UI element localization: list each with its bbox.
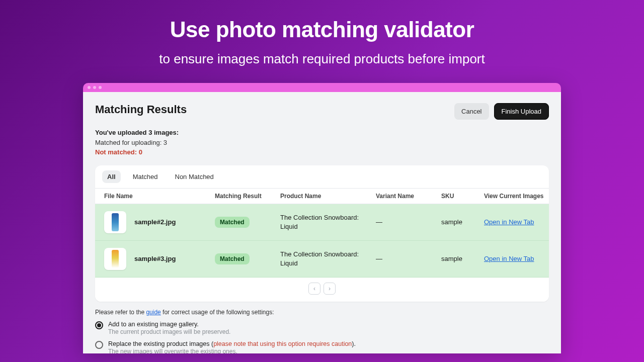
page-title: Matching Results bbox=[95, 103, 187, 116]
finish-upload-button[interactable]: Finish Upload bbox=[494, 103, 549, 120]
footer-text: Please refer to the guide for correct us… bbox=[95, 309, 549, 316]
summary-not-matched: Not matched: 0 bbox=[95, 147, 549, 157]
file-cell: sample#2.jpg bbox=[104, 211, 215, 233]
option-title: Add to an existing image gallery. bbox=[108, 321, 230, 328]
footer-post: for correct usage of the following setti… bbox=[161, 309, 274, 316]
open-new-tab-link[interactable]: Open in New Tab bbox=[484, 218, 534, 226]
file-cell: sample#3.jpg bbox=[104, 248, 215, 270]
header-row: Matching Results Cancel Finish Upload bbox=[95, 103, 549, 120]
content-area: Matching Results Cancel Finish Upload Yo… bbox=[83, 92, 561, 353]
variant-name: — bbox=[376, 255, 441, 262]
app-window: Matching Results Cancel Finish Upload Yo… bbox=[83, 83, 561, 353]
traffic-light-icon bbox=[99, 86, 102, 89]
results-card: All Matched Non Matched File Name Matchi… bbox=[95, 165, 549, 302]
footer-pre: Please refer to the bbox=[95, 309, 146, 316]
thumbnail bbox=[104, 248, 126, 270]
hero: Use photo matching validator to ensure i… bbox=[0, 0, 644, 67]
table-row: sample#3.jpg Matched The Collection Snow… bbox=[95, 241, 549, 278]
option-replace-images[interactable]: Replace the existing product images (ple… bbox=[95, 340, 549, 354]
table-row: sample#2.jpg Matched The Collection Snow… bbox=[95, 204, 549, 241]
hero-subtitle: to ensure images match required products… bbox=[0, 51, 644, 67]
traffic-light-icon bbox=[93, 86, 96, 89]
file-name: sample#3.jpg bbox=[134, 255, 176, 262]
product-name: The Collection Snowboard: Liquid bbox=[280, 250, 376, 267]
sku-value: sample bbox=[441, 255, 484, 262]
col-variant: Variant Name bbox=[376, 193, 441, 200]
option-title: Replace the existing product images (ple… bbox=[108, 340, 356, 347]
option-desc: The current product images will be prese… bbox=[108, 328, 230, 335]
option-text: Add to an existing image gallery. The cu… bbox=[108, 321, 230, 335]
summary-uploaded: You've uploaded 3 images: bbox=[95, 128, 549, 138]
sku-value: sample bbox=[441, 218, 484, 226]
status-badge: Matched bbox=[215, 253, 250, 264]
file-name: sample#2.jpg bbox=[134, 218, 176, 226]
option-desc: The new images will overwrite the existi… bbox=[108, 348, 356, 354]
table-header: File Name Matching Result Product Name V… bbox=[95, 188, 549, 204]
thumbnail-icon bbox=[112, 250, 119, 268]
open-new-tab-link[interactable]: Open in New Tab bbox=[484, 255, 534, 262]
pager-prev-button[interactable]: ‹ bbox=[308, 283, 320, 295]
traffic-light-icon bbox=[88, 86, 91, 89]
col-view: View Current Images bbox=[484, 193, 549, 200]
summary-block: You've uploaded 3 images: Matched for up… bbox=[95, 128, 549, 157]
thumbnail-icon bbox=[112, 213, 119, 231]
hero-title: Use photo matching validator bbox=[0, 17, 644, 42]
radio-unselected-icon[interactable] bbox=[95, 341, 103, 349]
pager: ‹ › bbox=[95, 278, 549, 302]
col-result: Matching Result bbox=[215, 193, 280, 200]
tab-all[interactable]: All bbox=[102, 170, 121, 183]
guide-link[interactable]: guide bbox=[146, 309, 160, 316]
tab-matched[interactable]: Matched bbox=[128, 170, 163, 183]
option-add-to-gallery[interactable]: Add to an existing image gallery. The cu… bbox=[95, 321, 549, 335]
tabs: All Matched Non Matched bbox=[95, 165, 549, 188]
pager-next-button[interactable]: › bbox=[324, 283, 336, 295]
options: Add to an existing image gallery. The cu… bbox=[95, 321, 549, 354]
col-sku: SKU bbox=[441, 193, 484, 200]
cancel-button[interactable]: Cancel bbox=[454, 103, 489, 120]
option-text: Replace the existing product images (ple… bbox=[108, 340, 356, 354]
col-file: File Name bbox=[104, 193, 215, 200]
thumbnail bbox=[104, 211, 126, 233]
status-badge: Matched bbox=[215, 217, 250, 228]
button-row: Cancel Finish Upload bbox=[454, 103, 549, 120]
radio-selected-icon[interactable] bbox=[95, 321, 103, 329]
variant-name: — bbox=[376, 218, 441, 226]
col-product: Product Name bbox=[280, 193, 376, 200]
summary-matched: Matched for uploading: 3 bbox=[95, 138, 549, 148]
tab-non-matched[interactable]: Non Matched bbox=[170, 170, 219, 183]
warning-text: please note that using this option requi… bbox=[213, 340, 352, 347]
window-titlebar bbox=[83, 83, 561, 92]
product-name: The Collection Snowboard: Liquid bbox=[280, 213, 376, 231]
